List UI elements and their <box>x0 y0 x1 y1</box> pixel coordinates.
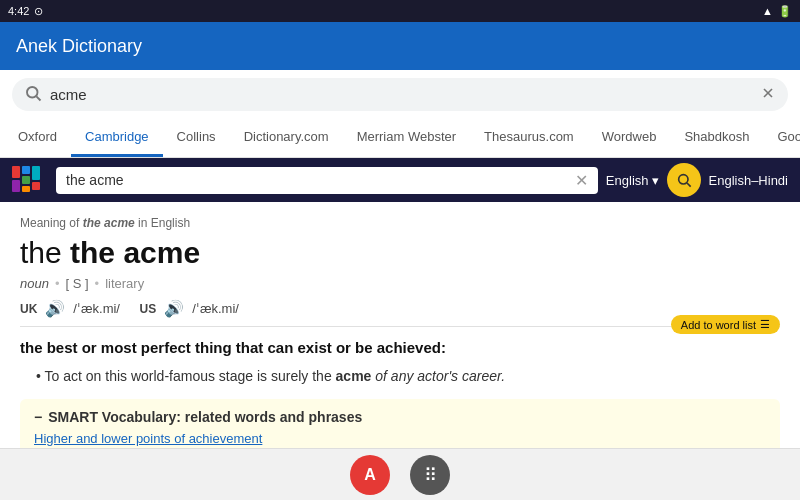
list-icon: ☰ <box>760 318 770 331</box>
cambridge-search-button[interactable] <box>667 163 701 197</box>
uk-speaker-icon[interactable]: 🔊 <box>45 299 65 318</box>
cambridge-bar: ✕ English ▾ English–Hindi <box>0 158 800 202</box>
wifi-icon: ▲ <box>762 5 773 17</box>
search-icon <box>24 84 42 105</box>
search-input[interactable] <box>50 86 752 103</box>
example-sentence: To act on this world-famous stage is sur… <box>36 366 780 387</box>
status-bar: 4:42 ⊙ ▲ 🔋 <box>0 0 800 22</box>
add-wordlist-label: Add to word list <box>681 319 756 331</box>
us-speaker-icon[interactable]: 🔊 <box>164 299 184 318</box>
minus-icon[interactable]: − <box>34 409 42 425</box>
cambridge-lang-pair-label: English–Hindi <box>709 173 789 188</box>
tab-wordweb[interactable]: Wordweb <box>588 119 671 157</box>
us-label: US <box>140 302 157 316</box>
cambridge-language-selector[interactable]: English ▾ <box>606 173 659 188</box>
search-bar <box>0 70 800 119</box>
tab-dictionarycom[interactable]: Dictionary.com <box>230 119 343 157</box>
tab-merriam[interactable]: Merriam Webster <box>343 119 470 157</box>
cambridge-logo <box>12 166 48 194</box>
divider: Add to word list ☰ <box>20 326 780 327</box>
word-title: the the acme <box>20 236 780 270</box>
add-to-wordlist-button[interactable]: Add to word list ☰ <box>671 315 780 334</box>
battery-icon: 🔋 <box>778 5 792 18</box>
clear-search-icon[interactable] <box>760 85 776 104</box>
tab-google[interactable]: Google <box>763 119 800 157</box>
uk-pronunciation: /ˈæk.mi/ <box>73 301 120 316</box>
status-right: ▲ 🔋 <box>762 5 792 18</box>
tab-thesaurus[interactable]: Thesaurus.com <box>470 119 588 157</box>
tab-oxford[interactable]: Oxford <box>4 119 71 157</box>
tabs-bar: Oxford Cambridge Collins Dictionary.com … <box>0 119 800 158</box>
chevron-down-icon: ▾ <box>652 173 659 188</box>
tab-shabdkosh[interactable]: Shabdkosh <box>670 119 763 157</box>
cambridge-lang-label: English <box>606 173 649 188</box>
smart-vocab-link[interactable]: Higher and lower points of achievement <box>34 431 766 446</box>
smart-vocab-title: − SMART Vocabulary: related words and ph… <box>34 409 766 425</box>
word-meta: noun • [ S ] • literary <box>20 276 780 291</box>
tab-collins[interactable]: Collins <box>163 119 230 157</box>
svg-point-4 <box>678 175 687 184</box>
cambridge-input-wrapper[interactable]: ✕ <box>56 167 598 194</box>
app-title: Anek Dictionary <box>16 36 142 57</box>
svg-line-5 <box>687 183 691 187</box>
app-bar: Anek Dictionary <box>0 22 800 70</box>
bottom-nav: A ⠿ <box>0 448 800 500</box>
status-left: 4:42 ⊙ <box>8 5 43 18</box>
us-pronunciation: /ˈæk.mi/ <box>192 301 239 316</box>
nav-button-a[interactable]: A <box>350 455 390 495</box>
status-icon-circle: ⊙ <box>34 5 43 18</box>
pronunciation-row: UK 🔊 /ˈæk.mi/ US 🔊 /ˈæk.mi/ <box>20 299 780 318</box>
main-content: Meaning of the acme in English the the a… <box>0 202 800 490</box>
uk-label: UK <box>20 302 37 316</box>
definition-text: the best or most perfect thing that can … <box>20 337 780 358</box>
tab-cambridge[interactable]: Cambridge <box>71 119 163 157</box>
svg-point-0 <box>27 87 38 98</box>
svg-line-1 <box>36 96 40 100</box>
cambridge-clear-icon[interactable]: ✕ <box>575 171 588 190</box>
cambridge-search-input[interactable] <box>66 172 569 188</box>
part-of-speech: noun <box>20 276 49 291</box>
nav-button-grid[interactable]: ⠿ <box>410 455 450 495</box>
meaning-of-label: Meaning of the acme in English <box>20 216 780 230</box>
register-label: literary <box>105 276 144 291</box>
plurality-label: [ S ] <box>65 276 88 291</box>
status-time: 4:42 <box>8 5 29 17</box>
search-input-wrapper[interactable] <box>12 78 788 111</box>
